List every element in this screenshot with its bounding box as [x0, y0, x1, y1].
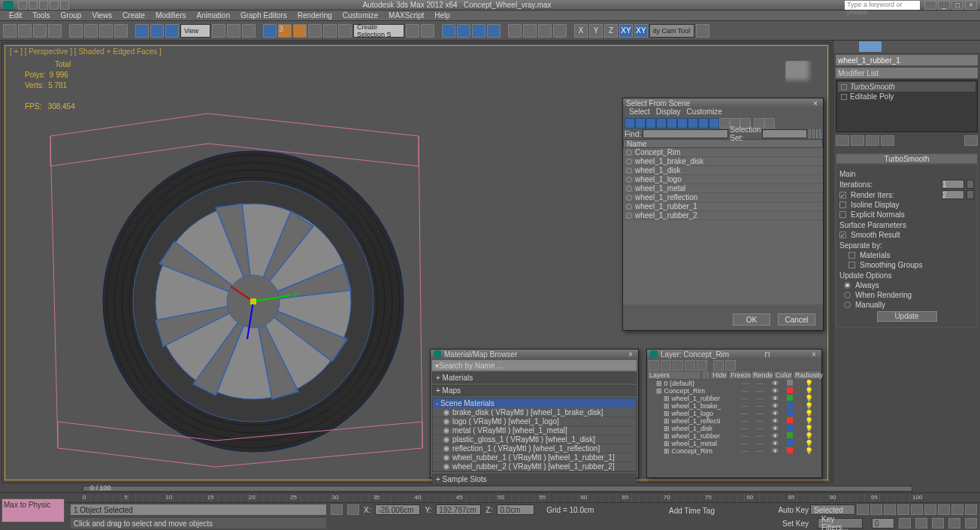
nav-zoom-all-icon[interactable]: [938, 504, 950, 515]
tab-utilities-icon[interactable]: [956, 41, 981, 53]
select-button[interactable]: [69, 24, 83, 38]
freeze-unfreeze-icon[interactable]: [725, 360, 736, 371]
layer-row[interactable]: ⊞ wheel_1_metal ——👁 💡: [647, 440, 821, 447]
modifier-editable-poly[interactable]: Editable Poly: [838, 92, 975, 101]
menu-graph-editors[interactable]: Graph Editors: [236, 11, 292, 20]
material-item[interactable]: metal ( VRayMtl ) [wheel_1_metal]: [433, 426, 636, 435]
list-item[interactable]: wheel_1_brake_disk: [623, 157, 823, 166]
list-item[interactable]: wheel_1_rubber_1: [623, 202, 823, 211]
material-browser-titlebar[interactable]: Material/Map Browser ×: [431, 350, 638, 359]
sfs-name-header[interactable]: Name: [623, 139, 823, 148]
sfs-btn2-icon[interactable]: [812, 129, 815, 138]
filter-lights-icon[interactable]: [646, 118, 656, 129]
material-search-input[interactable]: ▾ Search by Name ...: [432, 360, 637, 371]
menu-maxscript[interactable]: MAXScript: [384, 11, 428, 20]
layer-button[interactable]: [421, 24, 434, 38]
highlight-selected-icon[interactable]: [697, 360, 707, 371]
list-item[interactable]: Concept_Rim: [623, 148, 823, 157]
axis-z-button[interactable]: Z: [604, 24, 618, 38]
sfs-expand-icon[interactable]: [764, 118, 775, 129]
sample-slots-header[interactable]: + Sample Slots: [433, 474, 636, 484]
turbosmooth-rollout-header[interactable]: TurboSmooth: [836, 153, 978, 164]
col-freeze[interactable]: Freeze: [728, 371, 751, 380]
goto-start-icon[interactable]: [857, 504, 869, 515]
ref-coord-dropdown[interactable]: View: [180, 24, 210, 38]
next-frame-icon[interactable]: [897, 504, 909, 515]
find-input[interactable]: [643, 129, 728, 138]
z-coord-input[interactable]: 0.0cm: [497, 504, 534, 515]
render-iters-spin-buttons[interactable]: [966, 190, 974, 199]
menu-customize[interactable]: Customize: [338, 11, 383, 20]
render-iters-spinner[interactable]: 2: [942, 190, 964, 199]
align-button[interactable]: [406, 24, 419, 38]
axis-y-button[interactable]: Y: [589, 24, 603, 38]
when-rendering-radio[interactable]: [844, 292, 851, 298]
hide-unhide-icon[interactable]: [713, 360, 724, 371]
make-unique-icon[interactable]: [866, 135, 879, 146]
configure-sets-icon[interactable]: [964, 135, 978, 146]
add-time-tag-button[interactable]: Add Time Tag: [669, 507, 715, 515]
manually-radio[interactable]: [844, 301, 851, 308]
filter-spacewarp-icon[interactable]: [677, 118, 688, 129]
filter-all-icon[interactable]: [719, 118, 730, 129]
auto-key-button[interactable]: Auto Key: [778, 506, 809, 514]
scene-materials-header[interactable]: - Scene Materials: [433, 398, 636, 408]
viewport-label[interactable]: [ + ] [ Perspective ] [ Shaded + Edged F…: [10, 47, 162, 56]
time-slider[interactable]: 0 / 100: [0, 485, 980, 492]
curve-editor-button[interactable]: [442, 24, 455, 38]
filter-geometry-icon[interactable]: [625, 118, 635, 129]
col-render[interactable]: Render: [751, 371, 773, 380]
material-item[interactable]: wheel_rubber_2 ( VRayMtl ) [wheel_1_rubb…: [433, 462, 636, 471]
viewcube-icon[interactable]: [785, 61, 812, 83]
minimize-button[interactable]: _: [938, 1, 950, 10]
menu-tools[interactable]: Tools: [28, 11, 54, 20]
menu-create[interactable]: Create: [118, 11, 150, 20]
render-frame-button[interactable]: [508, 24, 522, 38]
undo-button[interactable]: [3, 24, 17, 38]
rotate-button[interactable]: [150, 24, 164, 38]
redo-button[interactable]: [18, 24, 32, 38]
list-item[interactable]: wheel_1_disk: [623, 166, 823, 175]
tab-display-icon[interactable]: [931, 41, 956, 53]
sfs-menu-select[interactable]: Select: [629, 108, 650, 117]
material-item[interactable]: plastic_gloss_1 ( VRayMtl ) [wheel_1_dis…: [433, 435, 636, 444]
nav-orbit-icon[interactable]: [932, 518, 944, 528]
cam-tool-dropdown[interactable]: ity Cam Tool: [649, 24, 694, 38]
sfs-menu-customize[interactable]: Customize: [687, 108, 722, 117]
time-ruler[interactable]: 0510152025303540455055606570758085909510…: [0, 492, 980, 503]
col-hide[interactable]: Hide: [710, 371, 728, 380]
list-item[interactable]: wheel_1_rubber_2: [623, 211, 823, 220]
new-layer-icon[interactable]: [649, 360, 659, 371]
remove-modifier-icon[interactable]: [881, 135, 894, 146]
delete-layer-icon[interactable]: [661, 360, 671, 371]
filter-helpers-icon[interactable]: [667, 118, 677, 129]
tab-motion-icon[interactable]: [907, 41, 932, 53]
select-by-name-button[interactable]: [84, 24, 98, 38]
render-iterative-button[interactable]: [538, 24, 552, 38]
ok-button[interactable]: OK: [733, 313, 770, 326]
sfs-btn3-icon[interactable]: [816, 129, 818, 138]
qat-new-icon[interactable]: [18, 1, 27, 10]
qat-undo-icon[interactable]: [50, 1, 59, 10]
layer-row[interactable]: ⊞ Concept_Rim ——👁 💡: [647, 447, 821, 455]
layer-row[interactable]: ⊞ wheel_1_rubber ——👁 💡: [647, 432, 821, 440]
percent-snap-button[interactable]: [293, 24, 307, 38]
goto-end-icon[interactable]: [911, 504, 923, 515]
mirror-button[interactable]: [338, 24, 352, 38]
render-iters-checkbox[interactable]: [839, 192, 846, 198]
select-highlighted-icon[interactable]: [685, 360, 695, 371]
menu-animation[interactable]: Animation: [192, 11, 234, 20]
current-frame-input[interactable]: 0: [872, 518, 894, 528]
nav-maximize-icon[interactable]: [948, 518, 960, 528]
qat-open-icon[interactable]: [29, 1, 38, 10]
close-icon[interactable]: ×: [626, 350, 635, 359]
maxscript-listener[interactable]: Max to Physic: [2, 498, 65, 522]
app-logo-icon[interactable]: [3, 1, 14, 10]
help-search-input[interactable]: Type a keyword or phrase: [845, 1, 920, 10]
menu-group[interactable]: Group: [56, 11, 86, 20]
show-end-result-icon[interactable]: [851, 135, 864, 146]
maps-section-header[interactable]: + Maps: [433, 386, 636, 395]
isoline-checkbox[interactable]: [839, 201, 846, 208]
axis-x-button[interactable]: X: [574, 24, 588, 38]
qat-redo-icon[interactable]: [60, 1, 69, 10]
